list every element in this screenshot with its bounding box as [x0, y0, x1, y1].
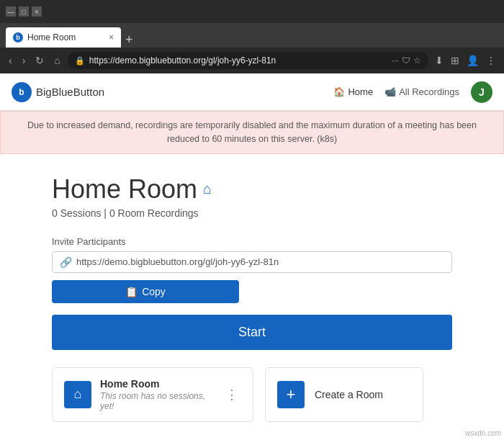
home-link[interactable]: 🏠 Home	[333, 86, 373, 97]
link-icon: 🔗	[60, 256, 72, 268]
back-button[interactable]: ‹	[6, 53, 15, 68]
star-icon[interactable]: ☆	[413, 55, 421, 66]
room-card-name: Home Room	[100, 378, 214, 390]
room-card-subtitle: This room has no sessions, yet!	[100, 391, 214, 411]
profile-button[interactable]: 👤	[464, 53, 481, 68]
close-button[interactable]: ×	[32, 6, 42, 17]
create-room-card[interactable]: + Create a Room	[265, 367, 423, 422]
room-card-icon: ⌂	[64, 381, 91, 408]
browser-titlebar: — □ ×	[0, 0, 504, 23]
browser-actions: ⬇ ⊞ 👤 ⋮	[433, 53, 498, 68]
alert-banner: Due to increased demand, recordings are …	[0, 111, 504, 154]
address-bar: ‹ › ↻ ⌂ 🔒 https://demo.bigbluebutton.org…	[0, 48, 504, 73]
start-button[interactable]: Start	[52, 315, 452, 350]
alert-message: Due to increased demand, recordings are …	[27, 120, 477, 144]
recordings-icon: 📹	[384, 86, 396, 97]
tab-bar: Home Room × +	[0, 23, 504, 48]
lock-icon: 🔒	[75, 56, 85, 66]
more-button[interactable]: ⋮	[484, 53, 498, 68]
active-tab[interactable]: Home Room ×	[6, 27, 121, 48]
invite-url: https://demo.bigbluebutton.org/gl/joh-yy…	[76, 256, 444, 267]
tab-favicon	[13, 32, 23, 42]
brand: b BigBlueButton	[12, 82, 104, 102]
copy-button[interactable]: 📋 Copy	[52, 280, 239, 303]
main-content: Home Room ⌂ 0 Sessions | 0 Room Recordin…	[0, 154, 504, 439]
tab-close-button[interactable]: ×	[109, 32, 114, 42]
recordings-link[interactable]: 📹 All Recordings	[384, 86, 459, 97]
create-room-label: Create a Room	[315, 389, 383, 400]
room-card-info: Home Room This room has no sessions, yet…	[100, 378, 214, 411]
rooms-row: ⌂ Home Room This room has no sessions, y…	[52, 367, 452, 422]
room-card-menu-button[interactable]: ⋮	[222, 384, 241, 405]
brand-initial: b	[19, 87, 24, 97]
user-avatar[interactable]: J	[471, 81, 492, 103]
room-card[interactable]: ⌂ Home Room This room has no sessions, y…	[52, 367, 253, 422]
room-stats: 0 Sessions | 0 Room Recordings	[52, 207, 452, 219]
tab-title: Home Room	[27, 32, 76, 42]
brand-name: BigBlueButton	[36, 86, 104, 98]
room-home-icon: ⌂	[203, 181, 212, 197]
brand-logo: b	[12, 82, 32, 102]
minimize-button[interactable]: —	[6, 6, 16, 17]
address-actions: ··· 🛡 ☆	[392, 55, 421, 66]
invite-input-wrap: 🔗 https://demo.bigbluebutton.org/gl/joh-…	[52, 251, 452, 273]
home-link-label: Home	[348, 86, 373, 97]
watermark: wsxdn.com	[465, 429, 501, 437]
dots-icon[interactable]: ···	[392, 55, 399, 66]
app-navbar: b BigBlueButton 🏠 Home 📹 All Recordings …	[0, 73, 504, 111]
recordings-link-label: All Recordings	[399, 86, 459, 97]
refresh-button[interactable]: ↻	[32, 53, 47, 68]
create-room-icon: +	[277, 381, 305, 408]
maximize-button[interactable]: □	[19, 6, 29, 17]
new-tab-button[interactable]: +	[125, 32, 133, 48]
window-controls: — □ ×	[6, 6, 42, 17]
extensions-button[interactable]: ⊞	[449, 53, 462, 68]
copy-icon: 📋	[125, 286, 138, 297]
copy-label: Copy	[142, 286, 166, 297]
invite-label: Invite Participants	[52, 236, 452, 247]
room-title: Home Room	[52, 174, 197, 205]
shield-icon[interactable]: 🛡	[402, 55, 410, 66]
address-input[interactable]: 🔒 https://demo.bigbluebutton.org/gl/joh-…	[68, 52, 428, 69]
start-label: Start	[238, 325, 266, 339]
home-nav-button[interactable]: ⌂	[51, 53, 63, 68]
forward-button[interactable]: ›	[19, 53, 29, 68]
room-title-row: Home Room ⌂	[52, 174, 452, 205]
home-link-icon: 🏠	[333, 86, 345, 97]
user-initial: J	[479, 86, 485, 98]
url-text: https://demo.bigbluebutton.org/gl/joh-yy…	[89, 55, 387, 66]
download-button[interactable]: ⬇	[433, 53, 446, 68]
nav-links: 🏠 Home 📹 All Recordings J	[333, 81, 492, 103]
